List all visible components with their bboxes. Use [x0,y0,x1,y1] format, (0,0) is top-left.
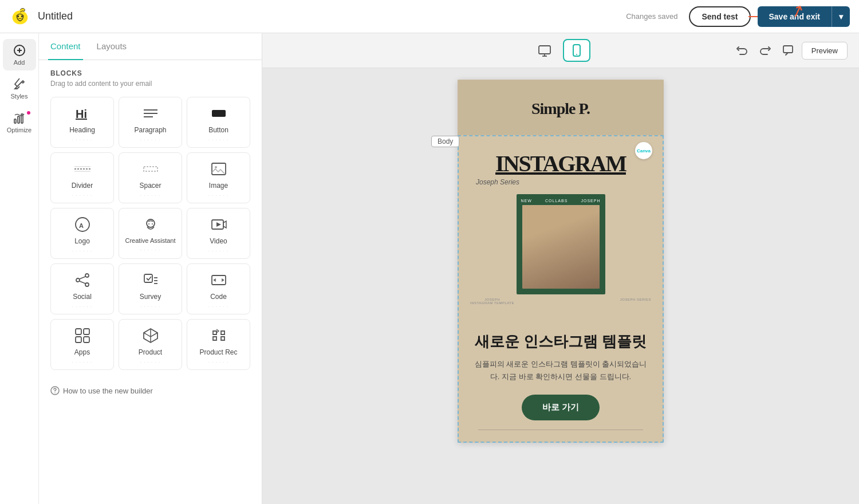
creative-assistant-icon [141,215,160,234]
svg-line-31 [80,281,85,284]
footer-right: JOSEPH SERIES [620,298,651,305]
block-creative-assistant[interactable]: Creative Assistant · · · · · · [119,208,182,259]
apps-icon [73,326,92,345]
joseph-series-label: Joseph Series [470,178,651,186]
block-survey-label: Survey [140,293,161,301]
block-divider[interactable]: Divider · · · · · · [50,152,114,203]
block-button[interactable]: Button · · · · · · [187,97,250,148]
email-promo-section: 새로운 인스타그램 템플릿 심플피의 새로운 인스타그램 템플릿이 출시되었습니… [459,318,663,442]
svg-rect-39 [76,337,81,342]
promo-button[interactable]: 바로 가기 [522,395,600,420]
block-button-dots: · · · · · · [208,137,228,143]
block-paragraph[interactable]: Paragraph · · · · · · [119,97,182,148]
mobile-icon [570,44,584,57]
block-spacer[interactable]: Spacer · · · · · · [119,152,182,203]
block-image-dots: · · · · · · [208,193,228,198]
svg-point-27 [76,278,80,282]
block-code-label: Code [210,293,227,301]
block-button-label: Button [208,126,228,134]
svg-rect-7 [14,119,16,123]
block-code-dots: · · · · · · [208,304,228,309]
sidebar-item-optimize[interactable]: Optimize [3,107,36,138]
help-icon [50,386,60,395]
svg-rect-38 [84,329,89,334]
block-apps[interactable]: Apps · · · · · · [50,319,114,370]
blocks-section: BLOCKS Drag to add content to your email… [39,60,262,379]
block-image[interactable]: Image · · · · · · [187,152,250,203]
block-logo[interactable]: A Logo · · · · · · [50,208,114,259]
help-link[interactable]: How to use the new builder [39,379,262,404]
panel-tabs: Content Layouts [39,33,262,60]
help-link-label: How to use the new builder [63,387,153,395]
save-dropdown-button[interactable]: ▾ [832,6,850,27]
mailchimp-logo [9,6,31,27]
svg-point-20 [215,166,217,168]
preview-button[interactable]: Preview [802,42,848,60]
svg-point-24 [148,223,149,225]
spacer-icon [141,160,160,178]
block-code[interactable]: Code · · · · · · [187,263,250,314]
sidebar-add-label: Add [14,59,25,66]
img-label-joseph: JOSEPH [581,199,600,203]
block-social-label: Social [73,293,92,301]
block-video[interactable]: Video · · · · · · [187,208,250,259]
block-product-rec[interactable]: Product Rec · · · · · · [187,319,250,370]
tab-layouts[interactable]: Layouts [94,33,129,60]
optimize-icon [13,111,26,125]
comment-button[interactable] [779,41,797,61]
instagram-title: INSTAGRAM [470,150,651,177]
svg-rect-40 [84,337,89,342]
blocks-subtitle: Drag to add content to your email [50,80,250,88]
email-header: Simple P. [458,80,664,135]
icon-sidebar: Add Styles Optimize [0,33,39,504]
footer-left: JOSEPHINSTAGRAM TEMPLATE [470,298,514,305]
sidebar-item-styles[interactable]: Styles [3,73,36,104]
svg-point-42 [54,392,56,393]
tab-content[interactable]: Content [48,33,83,60]
save-exit-button[interactable]: Save and exit [758,6,832,27]
block-logo-dots: · · · · · · [72,249,92,254]
svg-rect-14 [212,110,226,117]
svg-point-47 [576,54,577,55]
svg-rect-32 [144,274,152,282]
block-apps-dots: · · · · · · [72,360,92,365]
email-body-section: Canva INSTAGRAM Joseph Series NEW COLLAB… [458,135,664,443]
document-title: Untitled [38,10,619,22]
block-social[interactable]: Social · · · · · · [50,263,114,314]
promo-desc: 심플피의 새로운 인스타그램 템플릿이 출시되었습니다. 지금 바로 확인하시면… [472,358,649,383]
body-label: Body [431,136,459,147]
topbar: Untitled Changes saved Send test ↗ Save … [0,0,859,33]
undo-button[interactable] [733,41,751,61]
promo-divider [478,430,643,430]
paragraph-icon [141,104,160,123]
sidebar-styles-label: Styles [11,93,28,100]
product-icon [141,326,160,345]
survey-icon [141,271,160,289]
save-status: Changes saved [626,12,677,21]
svg-line-30 [80,277,85,279]
block-heading[interactable]: Hi Heading · · · · · · [50,97,114,148]
view-desktop-button[interactable] [531,39,558,62]
view-mobile-button[interactable] [563,39,590,62]
logo-icon: A [73,215,92,234]
send-test-button[interactable]: Send test [689,6,750,27]
svg-point-29 [85,283,89,286]
email-footer-labels: JOSEPHINSTAGRAM TEMPLATE JOSEPH SERIES [470,294,651,305]
svg-rect-18 [144,167,157,171]
canva-badge: Canva [635,142,652,159]
sidebar-optimize-label: Optimize [7,127,31,133]
block-product[interactable]: Product · · · · · · [119,319,182,370]
undo-icon [736,44,748,56]
block-video-dots: · · · · · · [208,249,228,254]
block-survey[interactable]: Survey · · · · · · [119,263,182,314]
heading-icon: Hi [73,104,92,123]
email-instagram-section: Canva INSTAGRAM Joseph Series NEW COLLAB… [459,136,663,318]
block-creative-assistant-label: Creative Assistant [125,237,175,244]
svg-point-28 [85,274,89,277]
block-divider-label: Divider [72,182,93,190]
content-panel: Content Layouts BLOCKS Drag to add conte… [39,33,262,504]
sidebar-item-add[interactable]: Add [3,39,36,70]
video-icon [210,215,228,234]
redo-button[interactable] [756,41,774,61]
block-heading-dots: · · · · · · [72,137,92,143]
